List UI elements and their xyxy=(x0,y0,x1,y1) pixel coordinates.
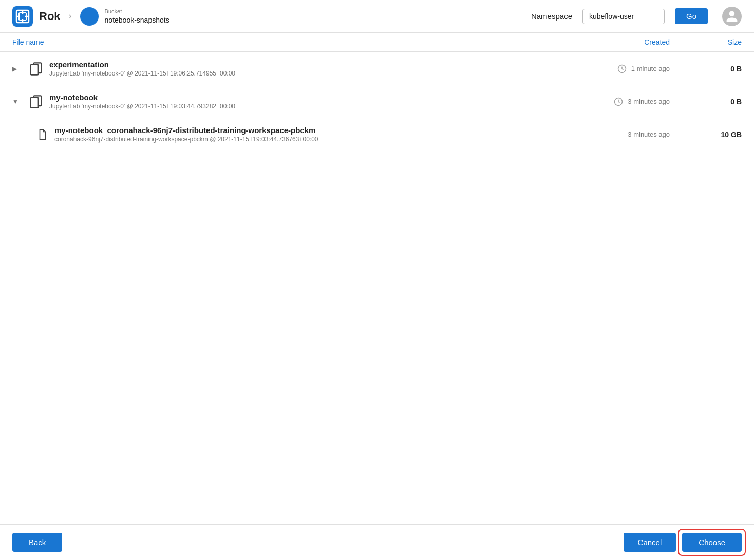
col-created-header: Created xyxy=(588,38,690,46)
row-text: experimentation JupyterLab 'my-notebook-… xyxy=(49,60,588,77)
svg-rect-0 xyxy=(12,6,33,27)
row-created: 3 minutes ago xyxy=(588,97,690,107)
bucket-label: Bucket xyxy=(105,8,169,15)
svg-rect-8 xyxy=(31,64,39,74)
row-name: my-notebook_coronahack-96nj7-distributed… xyxy=(54,126,588,135)
row-text: my-notebook JupyterLab 'my-notebook-0' @… xyxy=(49,93,588,110)
breadcrumb-arrow: › xyxy=(69,11,72,22)
col-size-header: Size xyxy=(690,38,742,46)
created-time: 3 minutes ago xyxy=(628,130,670,138)
app-title: Rok xyxy=(39,10,61,23)
expand-icon[interactable]: ▶ xyxy=(12,65,23,72)
choose-button[interactable]: Choose xyxy=(682,533,742,552)
row-content: my-notebook_coronahack-96nj7-distributed… xyxy=(37,126,588,143)
back-button[interactable]: Back xyxy=(12,533,62,552)
row-text: my-notebook_coronahack-96nj7-distributed… xyxy=(54,126,588,143)
row-sub: JupyterLab 'my-notebook-0' @ 2021-11-15T… xyxy=(49,70,588,77)
go-button[interactable]: Go xyxy=(675,8,708,24)
created-time: 1 minute ago xyxy=(631,65,670,72)
clock-icon xyxy=(613,97,624,107)
row-sub: JupyterLab 'my-notebook-0' @ 2021-11-15T… xyxy=(49,103,588,110)
expand-icon[interactable]: ▼ xyxy=(12,98,23,105)
row-sub: coronahack-96nj7-distributed-training-wo… xyxy=(54,136,588,143)
row-created: 1 minute ago xyxy=(588,64,690,74)
table-header: File name Created Size xyxy=(0,33,754,52)
namespace-label: Namespace xyxy=(531,12,572,21)
choose-button-wrapper: Choose xyxy=(682,533,742,552)
clock-icon xyxy=(617,64,627,74)
copy-icon xyxy=(29,62,43,76)
col-filename-header: File name xyxy=(12,38,588,46)
table-body: ▶ experimentation JupyterLab 'my-noteboo… xyxy=(0,52,754,524)
namespace-input[interactable] xyxy=(582,9,665,24)
row-content: ▶ experimentation JupyterLab 'my-noteboo… xyxy=(12,60,588,77)
row-size: 0 B xyxy=(690,98,742,106)
row-content: ▼ my-notebook JupyterLab 'my-notebook-0'… xyxy=(12,93,588,110)
bucket-name: notebook-snapshots xyxy=(105,15,169,25)
table-row: my-notebook_coronahack-96nj7-distributed… xyxy=(0,118,754,151)
bucket-info: Bucket notebook-snapshots xyxy=(105,8,169,24)
row-size: 0 B xyxy=(690,65,742,73)
header: Rok › Bucket notebook-snapshots Namespac… xyxy=(0,0,754,33)
svg-rect-11 xyxy=(31,97,39,107)
footer: Back Cancel Choose xyxy=(0,524,754,560)
avatar[interactable] xyxy=(722,7,742,26)
row-size: 10 GB xyxy=(690,130,742,139)
rok-logo-icon xyxy=(12,6,33,27)
row-name: my-notebook xyxy=(49,93,588,102)
bucket-icon xyxy=(80,7,99,26)
row-name: experimentation xyxy=(49,60,588,69)
file-icon xyxy=(37,129,48,140)
row-created: 3 minutes ago xyxy=(588,130,690,138)
table-row: ▼ my-notebook JupyterLab 'my-notebook-0'… xyxy=(0,85,754,118)
table-row: ▶ experimentation JupyterLab 'my-noteboo… xyxy=(0,52,754,85)
cancel-button[interactable]: Cancel xyxy=(624,533,676,552)
copy-icon xyxy=(29,95,43,109)
created-time: 3 minutes ago xyxy=(628,98,670,105)
